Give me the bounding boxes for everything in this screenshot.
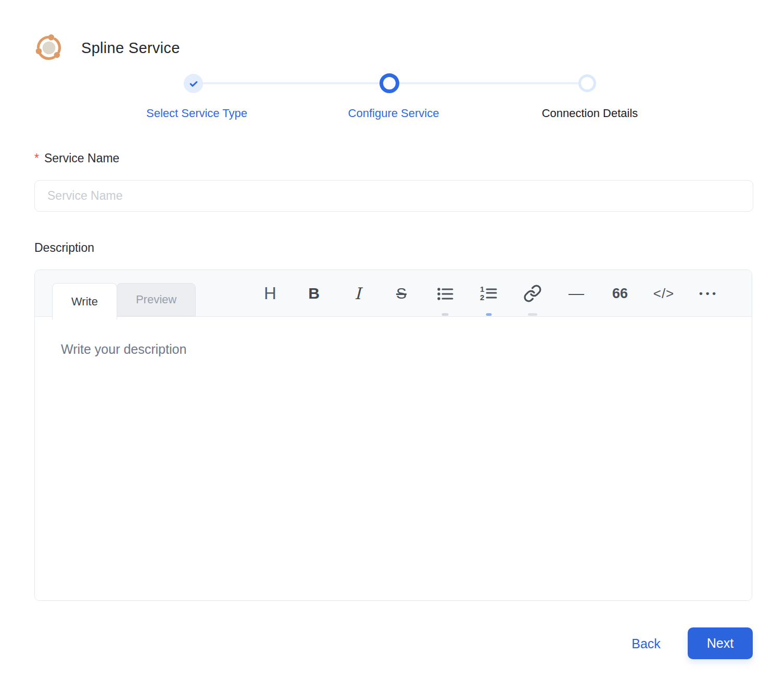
page-header: Spline Service (30, 29, 180, 67)
italic-icon: I (355, 284, 361, 303)
service-name-label: * Service Name (34, 151, 119, 165)
code-button[interactable]: </> (642, 270, 686, 317)
quote-icon: 66 (612, 286, 628, 302)
step-connection-details[interactable] (578, 74, 596, 92)
ordered-list-button[interactable]: 1 2 (467, 270, 511, 317)
unordered-list-icon (436, 284, 454, 303)
tab-preview[interactable]: Preview (117, 283, 196, 316)
code-icon: </> (653, 286, 675, 302)
description-markdown-editor: Write Preview H B I S (34, 270, 752, 601)
bold-icon: B (308, 285, 320, 302)
link-icon (523, 284, 542, 303)
clipped-icon-remnant (442, 313, 449, 316)
clipped-icon-remnant (528, 313, 537, 316)
back-button[interactable]: Back (623, 633, 669, 654)
step-select-service-type[interactable] (184, 74, 203, 93)
editor-toolbar-buttons: H B I S (248, 270, 729, 317)
more-button[interactable]: ••• (686, 270, 729, 317)
description-label: Description (34, 241, 94, 255)
more-options-icon: ••• (696, 288, 719, 299)
description-label-text: Description (34, 241, 94, 255)
service-name-input[interactable] (34, 180, 753, 212)
step-label-select-service-type[interactable]: Select Service Type (146, 107, 247, 120)
editor-tabs: Write Preview (52, 283, 196, 319)
tab-write-label: Write (71, 295, 98, 309)
service-name-label-text: Service Name (44, 151, 119, 165)
svg-text:2: 2 (480, 293, 484, 302)
required-asterisk: * (34, 151, 39, 165)
ordered-list-icon: 1 2 (479, 284, 498, 303)
step-label-configure-service[interactable]: Configure Service (348, 107, 439, 120)
clipped-icon-remnant (486, 313, 492, 316)
next-button[interactable]: Next (688, 627, 753, 659)
check-icon (188, 79, 199, 89)
tab-write[interactable]: Write (52, 283, 117, 319)
svg-text:1: 1 (480, 285, 484, 293)
spline-service-logo-icon (30, 29, 68, 67)
stepper-connector-line (389, 82, 587, 84)
unordered-list-button[interactable] (423, 270, 467, 317)
quote-button[interactable]: 66 (598, 270, 642, 317)
editor-toolbar: Write Preview H B I S (35, 270, 752, 317)
heading-icon: H (264, 284, 276, 303)
description-editor-input[interactable] (35, 317, 752, 600)
strikethrough-icon: S (396, 285, 407, 302)
horizontal-rule-button[interactable]: — (554, 270, 598, 317)
page-title: Spline Service (81, 40, 180, 57)
stepper-connector-line (193, 82, 389, 84)
bold-button[interactable]: B (292, 270, 336, 317)
horizontal-rule-icon: — (568, 285, 584, 302)
italic-button[interactable]: I (336, 270, 380, 317)
link-button[interactable] (511, 270, 554, 317)
step-configure-service[interactable] (380, 73, 399, 93)
strikethrough-button[interactable]: S (380, 270, 423, 317)
heading-button[interactable]: H (248, 270, 292, 317)
tab-preview-label: Preview (136, 293, 176, 306)
step-label-connection-details[interactable]: Connection Details (542, 107, 638, 120)
